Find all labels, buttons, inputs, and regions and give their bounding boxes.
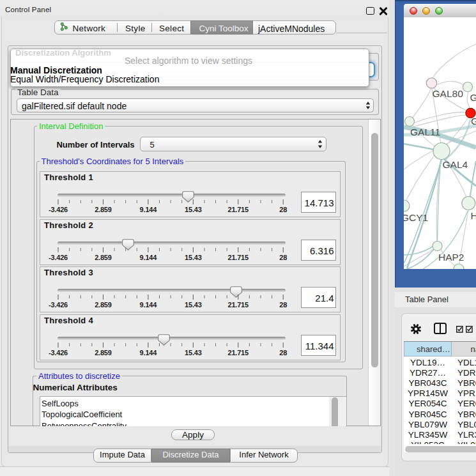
svg-text:GA: GA <box>470 92 476 103</box>
svg-text:GAL11: GAL11 <box>410 127 440 137</box>
svg-text:HAP2: HAP2 <box>438 252 464 263</box>
svg-text:H: H <box>471 210 476 221</box>
svg-text:G: G <box>471 116 476 127</box>
svg-text:GAL80: GAL80 <box>433 88 464 99</box>
svg-text:GCY1: GCY1 <box>404 212 428 223</box>
svg-text:GAL4: GAL4 <box>443 159 468 170</box>
